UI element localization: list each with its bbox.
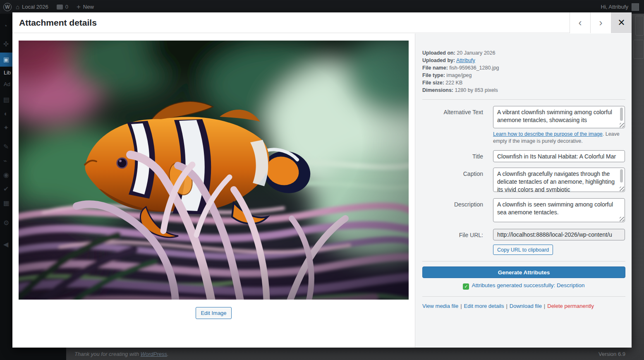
- file-type-value: image/jpeg: [446, 72, 472, 78]
- footer-thanks-text: Thank you for creating with: [74, 351, 141, 357]
- backdrop-button-outline: [635, 16, 644, 36]
- attachment-metadata: Uploaded on: 20 January 2026 Uploaded by…: [422, 49, 499, 94]
- modal-header: Attachment details ‹ › ✕: [12, 12, 632, 33]
- file-size-row: File size: 222 KB: [422, 79, 499, 86]
- delete-permanently-link[interactable]: Delete permanently: [547, 303, 594, 309]
- settings-gear-icon[interactable]: ⚙: [3, 220, 12, 226]
- separator: |: [460, 303, 462, 309]
- avatar: [632, 3, 639, 11]
- attachment-actions: View media file|Edit more details|Downlo…: [422, 303, 594, 309]
- separator: |: [506, 303, 507, 309]
- attachment-details-modal: Attachment details ‹ › ✕: [12, 12, 632, 348]
- footer-thanks: Thank you for creating with WordPress.: [74, 351, 169, 357]
- uploaded-by-link[interactable]: Attribufy: [456, 58, 475, 63]
- uploaded-on-label: Uploaded on:: [422, 50, 455, 56]
- alt-text-input[interactable]: A vibrant clownfish swimming among color…: [493, 106, 625, 128]
- caption-resize-handle[interactable]: [620, 187, 624, 191]
- generate-attributes-button[interactable]: Generate Attributes: [422, 266, 625, 278]
- sidebar-item-library[interactable]: Lib: [4, 70, 11, 76]
- file-name-value: fish-959636_1280.jpg: [449, 65, 499, 71]
- comments-icon: [57, 5, 63, 10]
- sparkle-icon[interactable]: ✦: [3, 125, 12, 131]
- comments-count: 0: [65, 4, 68, 10]
- edit-image-button[interactable]: Edit Image: [196, 307, 232, 319]
- plugins-icon[interactable]: ⌁: [3, 158, 12, 164]
- admin-footer: Thank you for creating with WordPress. V…: [66, 348, 644, 360]
- greeting-label: Hi, Attribufy: [601, 4, 628, 10]
- plus-icon: +: [77, 3, 81, 11]
- metadata-divider: [422, 99, 625, 100]
- caption-label: Caption: [422, 170, 483, 177]
- view-media-file-link[interactable]: View media file: [422, 303, 458, 309]
- alt-text-resize-handle[interactable]: [620, 123, 624, 127]
- close-icon[interactable]: ✕: [611, 12, 632, 33]
- media-preview-frame: Edit Image: [12, 34, 415, 348]
- caption-input[interactable]: A clownfish gracefully navigates through…: [493, 168, 625, 192]
- success-message: ✓Attributes generated successfully: Desc…: [422, 282, 625, 290]
- posts-icon[interactable]: ✜: [3, 41, 12, 48]
- backdrop-search-outline: [633, 40, 644, 59]
- separator: |: [544, 303, 545, 309]
- alt-text-scrollbar[interactable]: [620, 108, 623, 121]
- file-name-label: File name:: [422, 65, 448, 71]
- uploaded-on-row: Uploaded on: 20 January 2026: [422, 49, 499, 57]
- next-attachment-button[interactable]: ›: [590, 12, 611, 33]
- dimensions-row: Dimensions: 1280 by 853 pixels: [422, 86, 499, 94]
- comments-menu[interactable]: 0: [53, 0, 72, 14]
- dimensions-value: 1280 by 853 pixels: [455, 87, 498, 93]
- describe-purpose-link[interactable]: Learn how to describe the purpose of the…: [493, 131, 603, 137]
- caption-scrollbar[interactable]: [620, 169, 623, 182]
- file-size-label: File size:: [422, 80, 444, 86]
- title-label: Title: [422, 153, 483, 160]
- links-divider: [422, 296, 625, 297]
- file-url-label: File URL:: [422, 232, 483, 238]
- appearance-icon[interactable]: ✎: [3, 144, 12, 150]
- users-icon[interactable]: ◉: [3, 172, 12, 178]
- description-label: Description: [422, 201, 483, 208]
- comments-sidebar-icon[interactable]: ◖: [3, 110, 12, 117]
- admin-bar: W ⌂ Local 2026 0 + New Hi, Attribufy: [0, 0, 644, 14]
- clownfish-illustration: [19, 41, 409, 300]
- sidebar-item-add-new[interactable]: Ad: [4, 81, 10, 87]
- alt-text-help: Learn how to describe the purpose of the…: [493, 131, 625, 145]
- dimensions-label: Dimensions:: [422, 87, 453, 93]
- site-menu[interactable]: ⌂ Local 2026: [12, 0, 53, 14]
- admin-sidebar-strip: ◔ ✜ ▣ Lib Ad ▤ ◖ ✦ ✎ ⌁ ◉ ✔ ▦ ⚙ ◀: [0, 14, 12, 360]
- new-label: New: [83, 4, 94, 10]
- description-input[interactable]: A clownfish is seen swimming among color…: [493, 198, 625, 222]
- file-size-value: 222 KB: [445, 80, 462, 86]
- alt-text-label: Alternative Text: [422, 109, 483, 115]
- success-check-icon: ✓: [463, 283, 469, 290]
- media-icon[interactable]: ▣: [0, 53, 12, 67]
- file-type-label: File type:: [422, 72, 445, 78]
- attachment-details-panel: Uploaded on: 20 January 2026 Uploaded by…: [415, 34, 632, 348]
- actions-divider: [422, 261, 625, 262]
- attachment-image: [19, 41, 409, 300]
- uploaded-by-label: Uploaded by:: [422, 58, 455, 63]
- tools-icon[interactable]: ✔: [3, 186, 12, 192]
- screen: Thank you for creating with WordPress. V…: [0, 0, 644, 360]
- home-icon: ⌂: [16, 3, 19, 10]
- download-file-link[interactable]: Download file: [510, 303, 542, 309]
- title-input[interactable]: [493, 150, 625, 162]
- pages-icon[interactable]: ▤: [3, 96, 12, 103]
- new-menu[interactable]: + New: [72, 0, 98, 14]
- success-text: Attributes generated successfully: Descr…: [472, 282, 584, 288]
- file-name-row: File name: fish-959636_1280.jpg: [422, 64, 499, 72]
- collapse-menu-icon[interactable]: ◀: [3, 241, 12, 248]
- site-name: Local 2026: [22, 4, 48, 10]
- dashboard-icon[interactable]: ◔: [3, 23, 12, 29]
- version-label: Version 6.9: [599, 351, 625, 357]
- forms-icon[interactable]: ▦: [3, 200, 12, 206]
- uploaded-on-value: 20 January 2026: [457, 50, 495, 56]
- wordpress-link[interactable]: WordPress: [141, 351, 167, 357]
- file-type-row: File type: image/jpeg: [422, 72, 499, 79]
- account-menu[interactable]: Hi, Attribufy: [601, 3, 644, 11]
- uploaded-by-row: Uploaded by: Attribufy: [422, 57, 499, 64]
- wordpress-logo-icon[interactable]: W: [3, 3, 12, 11]
- previous-attachment-button[interactable]: ‹: [570, 12, 590, 33]
- edit-more-details-link[interactable]: Edit more details: [464, 303, 504, 309]
- copy-url-button[interactable]: Copy URL to clipboard: [493, 245, 553, 255]
- file-url-input[interactable]: [493, 229, 625, 240]
- description-resize-handle[interactable]: [620, 217, 624, 221]
